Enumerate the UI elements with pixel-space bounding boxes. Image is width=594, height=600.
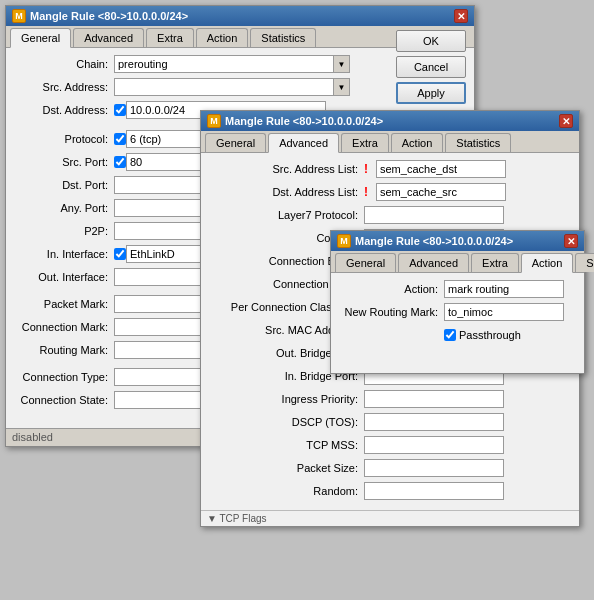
chain-row: Chain: ▼ <box>14 54 384 74</box>
tab-general-mid[interactable]: General <box>205 133 266 152</box>
dst-addr-list-input[interactable] <box>376 183 506 201</box>
status-text: disabled <box>12 431 53 443</box>
dscp-input[interactable] <box>364 413 504 431</box>
dst-addr-list-control: ! <box>364 183 571 201</box>
tcp-mss-input[interactable] <box>364 436 504 454</box>
dst-port-input[interactable] <box>114 176 214 194</box>
in-interface-checkbox[interactable] <box>114 248 126 260</box>
src-addr-list-control: ! <box>364 160 571 178</box>
dst-addr-list-label: Dst. Address List: <box>209 186 364 198</box>
passthrough-row: Passthrough <box>339 325 576 345</box>
main-close-button[interactable]: ✕ <box>454 9 468 23</box>
connection-state-label: Connection State: <box>14 394 114 406</box>
any-port-input[interactable] <box>114 199 214 217</box>
layer7-input[interactable] <box>364 206 504 224</box>
src-address-dropdown[interactable]: ▼ <box>334 78 350 96</box>
tab-action-mid[interactable]: Action <box>391 133 444 152</box>
new-routing-mark-row: New Routing Mark: <box>339 302 576 322</box>
dst-address-label: Dst. Address: <box>14 104 114 116</box>
tab-general-main[interactable]: General <box>10 28 71 48</box>
tab-extra-front[interactable]: Extra <box>471 253 519 272</box>
front-title-bar: M Mangle Rule <80->10.0.0.0/24> ✕ <box>331 231 584 251</box>
tab-extra-mid[interactable]: Extra <box>341 133 389 152</box>
action-control <box>444 280 576 298</box>
front-window-icon: M <box>337 234 351 248</box>
in-interface-label: In. Interface: <box>14 248 114 260</box>
main-window-icon: M <box>12 9 26 23</box>
src-port-label: Src. Port: <box>14 156 114 168</box>
main-title-bar: M Mangle Rule <80->10.0.0.0/24> ✕ <box>6 6 474 26</box>
ingress-priority-row: Ingress Priority: <box>209 389 571 409</box>
connection-mark-label: Connection Mark: <box>14 321 114 333</box>
connection-type-label: Connection Type: <box>14 371 114 383</box>
main-window-title: Mangle Rule <80->10.0.0.0/24> <box>30 10 188 22</box>
any-port-label: Any. Port: <box>14 202 114 214</box>
tab-extra-main[interactable]: Extra <box>146 28 194 47</box>
random-label: Random: <box>209 485 364 497</box>
mid-window-icon: M <box>207 114 221 128</box>
src-address-row: Src. Address: ▼ <box>14 77 384 97</box>
cancel-button[interactable]: Cancel <box>396 56 466 78</box>
src-addr-list-label: Src. Address List: <box>209 163 364 175</box>
tab-action-front[interactable]: Action <box>521 253 574 273</box>
src-port-checkbox[interactable] <box>114 156 126 168</box>
mid-tab-bar: General Advanced Extra Action Statistics <box>201 131 579 153</box>
front-close-button[interactable]: ✕ <box>564 234 578 248</box>
mid-title-bar: M Mangle Rule <80->10.0.0.0/24> ✕ <box>201 111 579 131</box>
dst-port-label: Dst. Port: <box>14 179 114 191</box>
action-input[interactable] <box>444 280 564 298</box>
tcp-flags-section[interactable]: ▼ TCP Flags <box>201 510 579 526</box>
action-row: Action: <box>339 279 576 299</box>
tab-statistics-mid[interactable]: Statistics <box>445 133 511 152</box>
new-routing-mark-control <box>444 303 576 321</box>
tab-statistics-front[interactable]: Statistics <box>575 253 594 272</box>
tab-general-front[interactable]: General <box>335 253 396 272</box>
apply-button[interactable]: Apply <box>396 82 466 104</box>
mid-close-button[interactable]: ✕ <box>559 114 573 128</box>
chain-dropdown-btn[interactable]: ▼ <box>334 55 350 73</box>
packet-size-input[interactable] <box>364 459 504 477</box>
new-routing-mark-input[interactable] <box>444 303 564 321</box>
ingress-priority-input[interactable] <box>364 390 504 408</box>
tab-advanced-main[interactable]: Advanced <box>73 28 144 47</box>
layer7-row: Layer7 Protocol: <box>209 205 571 225</box>
tcp-mss-control <box>364 436 571 454</box>
front-tab-bar: General Advanced Extra Action Statistics <box>331 251 584 273</box>
chain-input[interactable] <box>114 55 334 73</box>
action-label: Action: <box>339 283 444 295</box>
tab-advanced-front[interactable]: Advanced <box>398 253 469 272</box>
front-content: Action: New Routing Mark: Passthrough <box>331 273 584 373</box>
protocol-checkbox[interactable] <box>114 133 126 145</box>
dst-addr-list-indicator: ! <box>364 185 374 199</box>
chain-control: ▼ <box>114 55 384 73</box>
src-addr-list-input[interactable] <box>376 160 506 178</box>
tcp-mss-label: TCP MSS: <box>209 439 364 451</box>
protocol-label: Protocol: <box>14 133 114 145</box>
tcp-flags-label: ▼ TCP Flags <box>207 513 267 524</box>
random-control <box>364 482 571 500</box>
p2p-input[interactable] <box>114 222 214 240</box>
tcp-mss-row: TCP MSS: <box>209 435 571 455</box>
dst-address-checkbox[interactable] <box>114 104 126 116</box>
mid-window-title: Mangle Rule <80->10.0.0.0/24> <box>225 115 383 127</box>
src-address-label: Src. Address: <box>14 81 114 93</box>
packet-size-row: Packet Size: <box>209 458 571 478</box>
layer7-control <box>364 206 571 224</box>
src-addr-list-indicator: ! <box>364 162 374 176</box>
window-front: M Mangle Rule <80->10.0.0.0/24> ✕ Genera… <box>330 230 585 374</box>
ok-button[interactable]: OK <box>396 30 466 52</box>
front-window-title: Mangle Rule <80->10.0.0.0/24> <box>355 235 513 247</box>
random-input[interactable] <box>364 482 504 500</box>
chain-label: Chain: <box>14 58 114 70</box>
passthrough-checkbox[interactable] <box>444 329 456 341</box>
out-interface-label: Out. Interface: <box>14 271 114 283</box>
packet-size-control <box>364 459 571 477</box>
src-address-input[interactable] <box>114 78 334 96</box>
tab-statistics-main[interactable]: Statistics <box>250 28 316 47</box>
tab-advanced-mid[interactable]: Advanced <box>268 133 339 153</box>
packet-mark-label: Packet Mark: <box>14 298 114 310</box>
dst-addr-list-row: Dst. Address List: ! <box>209 182 571 202</box>
new-routing-mark-label: New Routing Mark: <box>339 306 444 318</box>
tab-action-main[interactable]: Action <box>196 28 249 47</box>
p2p-label: P2P: <box>14 225 114 237</box>
